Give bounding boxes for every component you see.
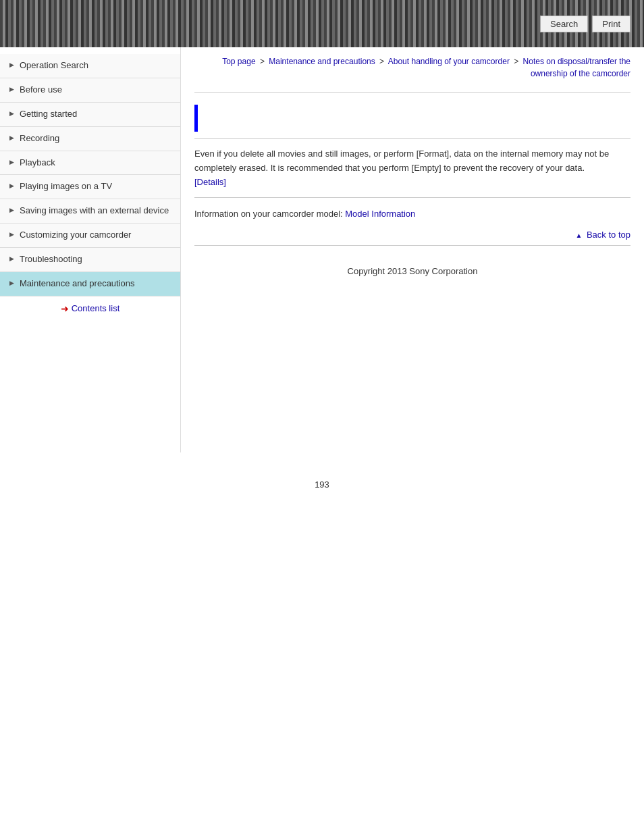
breadcrumb-sep-3: > (514, 57, 518, 66)
content-paragraph: Even if you delete all movies and still … (194, 147, 630, 189)
main-layout: ▶ Operation Search ▶ Before use ▶ Gettin… (0, 47, 644, 452)
sidebar-item-troubleshooting[interactable]: ▶ Troubleshooting (0, 248, 180, 272)
sidebar-item-label: Before use (20, 84, 62, 96)
model-info-prefix: Information on your camcorder model: (194, 209, 343, 219)
contents-list-row: ➜ Contents list (0, 296, 180, 321)
print-button[interactable]: Print (592, 16, 630, 32)
chevron-right-icon: ▶ (9, 110, 14, 117)
sidebar-item-maintenance[interactable]: ▶ Maintenance and precautions (0, 272, 180, 296)
breadcrumb-maintenance[interactable]: Maintenance and precautions (269, 57, 375, 66)
blue-bar-section (194, 105, 630, 132)
sidebar-item-label: Recording (20, 133, 59, 145)
main-content: Top page > Maintenance and precautions >… (181, 47, 644, 310)
back-to-top-link[interactable]: ▲ Back to top (575, 230, 630, 240)
copyright-text: Copyright 2013 Sony Corporation (348, 266, 478, 276)
sidebar-item-operation-search[interactable]: ▶ Operation Search (0, 54, 180, 78)
breadcrumb-top-page[interactable]: Top page (222, 57, 255, 66)
sidebar-item-label: Customizing your camcorder (20, 230, 131, 241)
sidebar-item-label: Maintenance and precautions (20, 278, 135, 290)
footer: Copyright 2013 Sony Corporation (194, 259, 630, 296)
model-info-link[interactable]: Model Information (345, 209, 415, 219)
chevron-right-icon: ▶ (9, 207, 14, 213)
contents-list-link[interactable]: Contents list (72, 303, 120, 313)
chevron-right-icon: ▶ (9, 182, 14, 189)
triangle-up-icon: ▲ (575, 232, 582, 239)
details-link[interactable]: [Details] (194, 177, 226, 187)
content-divider-top (194, 138, 630, 139)
sidebar-item-label: Troubleshooting (20, 254, 82, 265)
top-divider (194, 92, 630, 93)
sidebar-item-label: Saving images with an external device (20, 205, 169, 217)
chevron-right-icon: ▶ (9, 86, 14, 93)
sidebar-item-label: Getting started (20, 109, 77, 120)
content-text-body: Even if you delete all movies and still … (194, 149, 609, 173)
chevron-right-icon: ▶ (9, 159, 14, 165)
sidebar-item-before-use[interactable]: ▶ Before use (0, 78, 180, 103)
chevron-right-icon: ▶ (9, 231, 14, 238)
breadcrumb: Top page > Maintenance and precautions >… (194, 47, 630, 86)
sidebar-item-saving-images[interactable]: ▶ Saving images with an external device (0, 199, 180, 224)
search-button[interactable]: Search (540, 16, 588, 32)
back-to-top-row: ▲ Back to top (194, 230, 630, 240)
breadcrumb-notes-disposal[interactable]: Notes on disposal/transfer the ownership… (523, 57, 630, 78)
breadcrumb-sep-1: > (260, 57, 265, 66)
chevron-right-icon: ▶ (9, 280, 14, 286)
sidebar-item-playback[interactable]: ▶ Playback (0, 151, 180, 176)
content-divider-bottom (194, 197, 630, 198)
blue-accent-bar (194, 105, 198, 132)
sidebar-item-label: Playing images on a TV (20, 181, 112, 192)
model-info-row: Information on your camcorder model: Mod… (194, 209, 630, 219)
sidebar-item-customizing[interactable]: ▶ Customizing your camcorder (0, 224, 180, 248)
breadcrumb-sep-2: > (379, 57, 384, 66)
page-number-value: 193 (315, 479, 329, 490)
sidebar-item-getting-started[interactable]: ▶ Getting started (0, 103, 180, 127)
page-header: Search Print (0, 0, 644, 47)
page-number: 193 (0, 479, 644, 503)
sidebar: ▶ Operation Search ▶ Before use ▶ Gettin… (0, 47, 181, 452)
chevron-right-icon: ▶ (9, 61, 14, 68)
sidebar-item-label: Playback (20, 157, 55, 169)
breadcrumb-about-handling[interactable]: About handling of your camcorder (388, 57, 510, 66)
arrow-right-icon: ➜ (61, 303, 69, 314)
sidebar-item-playing-images[interactable]: ▶ Playing images on a TV (0, 175, 180, 199)
footer-divider (194, 245, 630, 246)
chevron-right-icon: ▶ (9, 134, 14, 141)
chevron-right-icon: ▶ (9, 255, 14, 262)
sidebar-item-label: Operation Search (20, 60, 88, 72)
sidebar-item-recording[interactable]: ▶ Recording (0, 127, 180, 151)
back-to-top-label: Back to top (587, 230, 630, 240)
